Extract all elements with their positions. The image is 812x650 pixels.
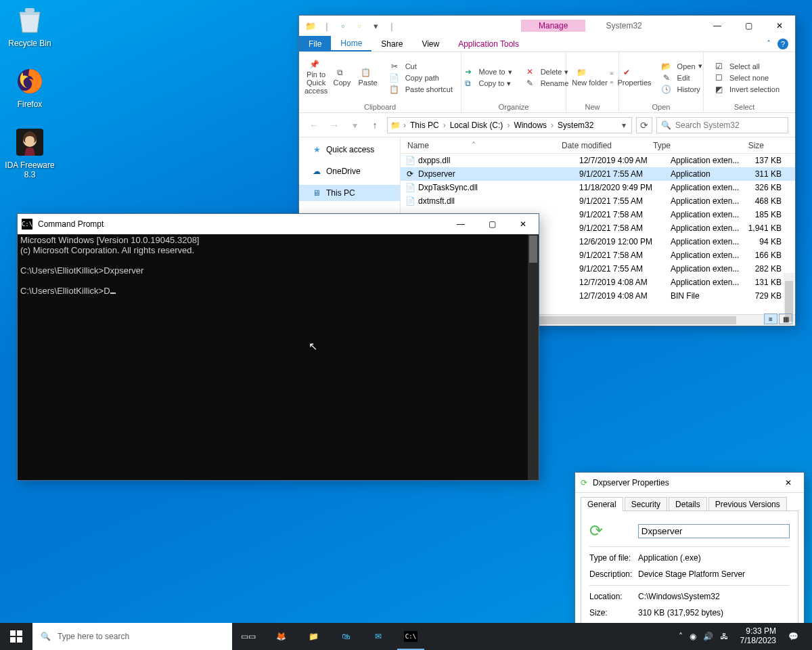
task-cmd[interactable]: C:\: [394, 623, 427, 650]
tab-details[interactable]: Details: [669, 497, 707, 511]
crumb-thispc[interactable]: This PC: [409, 121, 441, 130]
search-input[interactable]: 🔍 Search System32: [656, 117, 788, 133]
easy-access-icon[interactable]: ▫: [610, 78, 613, 86]
ribbon-tab-file[interactable]: File: [299, 36, 331, 51]
vertical-scrollbar[interactable]: [784, 273, 794, 313]
action-center-icon[interactable]: 💬: [788, 632, 798, 641]
store-icon: 🛍: [342, 632, 350, 641]
qat-newfolder-icon[interactable]: ▫: [352, 18, 367, 33]
new-item-icon[interactable]: ▫: [610, 69, 613, 77]
qat-dropdown-icon[interactable]: ▾: [368, 18, 383, 33]
crumb-system32[interactable]: System32: [556, 121, 595, 130]
file-row[interactable]: 📄dxpps.dll12/7/2019 4:09 AMApplication e…: [401, 154, 795, 167]
close-button[interactable]: ✕: [508, 214, 539, 234]
address-bar[interactable]: 📁› This PC› Local Disk (C:)› Windows› Sy…: [387, 117, 632, 133]
rename-button[interactable]: ✎Rename: [518, 78, 572, 89]
file-row[interactable]: 📄dxtmsft.dll9/1/2021 7:55 AMApplication …: [401, 194, 795, 208]
crumb-windows[interactable]: Windows: [512, 121, 548, 130]
cmd-title: Command Prompt: [32, 219, 445, 229]
view-details-button[interactable]: ≡: [764, 313, 777, 324]
paste-button[interactable]: 📋Paste: [356, 68, 379, 87]
properties-icon: ✔: [621, 68, 632, 77]
invert-selection-button[interactable]: ◩Invert selection: [706, 84, 782, 95]
props-titlebar[interactable]: ⟳ Dxpserver Properties ✕: [575, 473, 804, 493]
ribbon-collapse-icon[interactable]: ˄: [767, 39, 771, 49]
task-mail[interactable]: ✉: [362, 623, 394, 650]
desktop-icon-ida[interactable]: IDA Freeware 8.3: [4, 126, 55, 180]
crumb-c[interactable]: Local Disk (C:): [449, 121, 505, 130]
taskbar[interactable]: 🔍 Type here to search ▭▭ 🦊 📁 🛍 ✉ C:\ ˄ ◉…: [0, 623, 812, 650]
new-folder-button[interactable]: 📁New folder: [572, 68, 608, 87]
qat-properties-icon[interactable]: ▫: [336, 18, 351, 33]
pin-quick-access-button[interactable]: 📌Pin to Quick access: [304, 60, 328, 95]
nav-this-pc[interactable]: 🖥This PC: [299, 185, 400, 201]
nav-onedrive[interactable]: ☁OneDrive: [299, 163, 400, 179]
tab-general[interactable]: General: [581, 497, 623, 511]
column-date[interactable]: Date modified: [562, 141, 653, 150]
move-to-button[interactable]: ➜Move to ▾: [456, 66, 515, 77]
select-none-button[interactable]: ☐Select none: [706, 72, 782, 83]
copy-to-button[interactable]: ⧉Copy to ▾: [456, 78, 515, 89]
task-firefox[interactable]: 🦊: [265, 623, 297, 650]
column-type[interactable]: Type: [653, 141, 727, 150]
network-icon[interactable]: 🖧: [720, 632, 728, 641]
desktop-icon-firefox[interactable]: Firefox: [4, 65, 55, 110]
nav-quick-access[interactable]: ★Quick access: [299, 142, 400, 158]
nav-forward-button[interactable]: →: [326, 117, 342, 133]
minimize-button[interactable]: —: [445, 214, 476, 234]
properties-button[interactable]: ✔Properties: [617, 68, 651, 87]
ribbon-tab-view[interactable]: View: [412, 36, 449, 51]
open-button[interactable]: 📂Open ▾: [654, 61, 705, 72]
tab-previous-versions[interactable]: Previous Versions: [708, 497, 787, 511]
column-size[interactable]: Size: [727, 141, 769, 150]
help-icon[interactable]: ?: [777, 39, 788, 49]
copy-button[interactable]: ⧉Copy: [330, 68, 353, 87]
nav-up-button[interactable]: ↑: [367, 117, 383, 133]
taskbar-search[interactable]: 🔍 Type here to search: [32, 623, 232, 650]
address-dropdown-icon[interactable]: ▾: [619, 121, 629, 130]
task-view-button[interactable]: ▭▭: [232, 623, 265, 650]
volume-icon[interactable]: 🔊: [703, 632, 713, 641]
start-button[interactable]: [0, 623, 32, 650]
nav-back-button[interactable]: ←: [306, 117, 322, 133]
maximize-button[interactable]: ▢: [733, 16, 764, 36]
tab-security[interactable]: Security: [625, 497, 667, 511]
refresh-button[interactable]: ⟳: [636, 117, 652, 133]
cmd-titlebar[interactable]: C:\ Command Prompt — ▢ ✕: [18, 214, 539, 234]
copy-path-button[interactable]: 📄Copy path: [382, 72, 455, 83]
ribbon-tab-apptools[interactable]: Application Tools: [449, 36, 528, 51]
rename-icon: ✎: [524, 79, 535, 88]
close-button[interactable]: ✕: [773, 473, 804, 493]
task-explorer[interactable]: 📁: [297, 623, 330, 650]
obs-icon[interactable]: ◉: [690, 632, 696, 641]
paste-shortcut-button[interactable]: 📋Paste shortcut: [382, 84, 455, 95]
view-large-button[interactable]: ▦: [779, 313, 792, 324]
file-row[interactable]: ⟳Dxpserver9/1/2021 7:55 AMApplication311…: [401, 167, 795, 181]
search-icon: 🔍: [41, 632, 51, 641]
select-all-button[interactable]: ☑Select all: [706, 61, 782, 72]
command-prompt-window[interactable]: C:\ Command Prompt — ▢ ✕ Microsoft Windo…: [17, 213, 539, 481]
delete-button[interactable]: ✕Delete ▾: [518, 66, 572, 77]
minimize-button[interactable]: —: [702, 16, 733, 36]
cut-button[interactable]: ✂Cut: [382, 61, 455, 72]
explorer-titlebar[interactable]: 📁 | ▫ ▫ ▾ | Manage System32 — ▢ ✕: [299, 16, 795, 36]
nav-recent-button[interactable]: ▾: [346, 117, 363, 133]
filename-field[interactable]: [638, 524, 790, 538]
tray-clock[interactable]: 9:33 PM 7/18/2023: [735, 627, 782, 646]
manage-contextual-tab[interactable]: Manage: [521, 20, 585, 32]
edit-button[interactable]: ✎Edit: [654, 72, 705, 83]
history-button[interactable]: 🕓History: [654, 84, 705, 95]
ribbon-tab-home[interactable]: Home: [331, 36, 371, 51]
close-button[interactable]: ✕: [764, 16, 795, 36]
cmd-scrollbar[interactable]: [528, 234, 539, 480]
ribbon-tab-share[interactable]: Share: [371, 36, 412, 51]
task-store[interactable]: 🛍: [330, 623, 362, 650]
maximize-button[interactable]: ▢: [476, 214, 508, 234]
properties-window[interactable]: ⟳ Dxpserver Properties ✕ General Securit…: [574, 472, 805, 645]
terminal-output[interactable]: Microsoft Windows [Version 10.0.19045.32…: [18, 234, 539, 480]
desktop[interactable]: Recycle Bin Firefox IDA Freeware 8.3 📁 |…: [0, 0, 812, 650]
file-row[interactable]: 📄DxpTaskSync.dll11/18/2020 9:49 PMApplic…: [401, 181, 795, 194]
desktop-icon-recycle-bin[interactable]: Recycle Bin: [4, 4, 55, 49]
tray-overflow-icon[interactable]: ˄: [679, 632, 683, 641]
column-name[interactable]: Name ˄: [401, 141, 562, 150]
